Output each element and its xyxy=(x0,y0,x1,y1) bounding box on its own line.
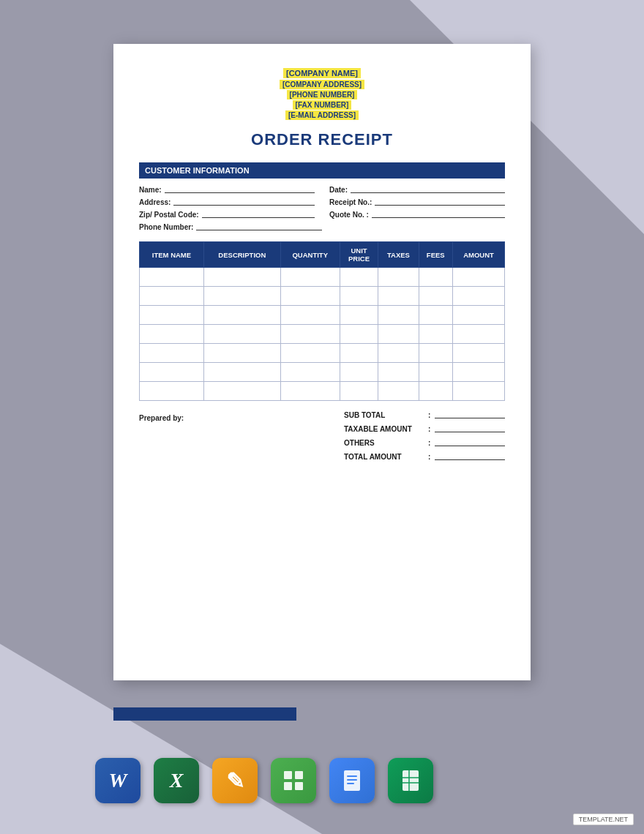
app-icons-row: W X ✎ xyxy=(95,758,433,803)
excel-icon[interactable]: X xyxy=(154,758,199,803)
document-title: ORDER RECEIPT xyxy=(139,130,505,149)
date-input-line xyxy=(351,192,505,193)
total-amount-label: TOTAL AMOUNT xyxy=(344,453,428,461)
svg-rect-0 xyxy=(284,771,292,779)
taxable-amount-line xyxy=(435,432,505,432)
document-paper: [COMPANY NAME] [COMPANY ADDRESS] [PHONE … xyxy=(113,44,531,680)
taxable-amount-label: TAXABLE AMOUNT xyxy=(344,425,428,433)
info-quote-field: Quote No. : xyxy=(329,211,505,219)
sub-total-line xyxy=(435,418,505,418)
others-label: OTHERS xyxy=(344,439,428,447)
company-name: [COMPANY NAME] xyxy=(283,68,361,78)
quote-input-line xyxy=(372,217,505,218)
receipt-input-line xyxy=(375,205,505,206)
table-row xyxy=(140,306,505,325)
total-amount-row: TOTAL AMOUNT : xyxy=(344,453,505,461)
customer-section-header: CUSTOMER INFORMATION xyxy=(139,162,505,179)
others-line xyxy=(435,446,505,446)
info-zip-field: Zip/ Postal Code: xyxy=(139,211,315,219)
docs-svg xyxy=(341,769,363,792)
col-fees: FEES xyxy=(419,242,452,268)
col-taxes: TAXES xyxy=(378,242,419,268)
company-address: [COMPANY ADDRESS] xyxy=(280,80,364,89)
info-name-field: Name: xyxy=(139,186,315,194)
table-row xyxy=(140,325,505,344)
address-label: Address: xyxy=(139,198,171,206)
word-icon[interactable]: W xyxy=(95,758,141,803)
word-letter: W xyxy=(109,769,127,792)
info-row-phone: Phone Number: xyxy=(139,223,505,231)
svg-rect-7 xyxy=(347,783,354,784)
name-label: Name: xyxy=(139,186,162,194)
info-date-field: Date: xyxy=(329,186,505,194)
sheets-icon[interactable] xyxy=(388,758,433,803)
svg-rect-1 xyxy=(295,771,303,779)
table-row xyxy=(140,382,505,401)
col-item-name: ITEM NAME xyxy=(140,242,204,268)
date-label: Date: xyxy=(329,186,348,194)
excel-letter: X xyxy=(170,769,184,792)
zip-label: Zip/ Postal Code: xyxy=(139,211,199,219)
info-row-zip-quote: Zip/ Postal Code: Quote No. : xyxy=(139,211,505,219)
numbers-svg xyxy=(282,769,305,792)
company-phone: [PHONE NUMBER] xyxy=(287,90,358,99)
total-amount-line xyxy=(435,459,505,460)
total-amount-colon: : xyxy=(428,453,430,461)
company-header: [COMPANY NAME] [COMPANY ADDRESS] [PHONE … xyxy=(139,66,505,120)
col-description: DESCRIPTION xyxy=(203,242,280,268)
sub-total-row: SUB TOTAL : xyxy=(344,411,505,419)
items-table: ITEM NAME DESCRIPTION QUANTITY UNITPRICE… xyxy=(139,241,505,401)
info-phone-field: Phone Number: xyxy=(139,223,322,231)
totals-section: Prepared by: SUB TOTAL : TAXABLE AMOUNT … xyxy=(139,411,505,467)
totals-right: SUB TOTAL : TAXABLE AMOUNT : OTHERS : TO… xyxy=(344,411,505,467)
others-row: OTHERS : xyxy=(344,439,505,447)
phone-label: Phone Number: xyxy=(139,223,193,231)
table-row xyxy=(140,287,505,306)
info-address-field: Address: xyxy=(139,198,315,206)
phone-input-line xyxy=(196,230,322,230)
template-badge-text: TEMPLATE.NET xyxy=(579,816,628,823)
company-fax: [FAX NUMBER] xyxy=(293,100,352,110)
bottom-bar xyxy=(113,707,296,721)
zip-input-line xyxy=(202,217,315,218)
docs-icon[interactable] xyxy=(329,758,375,803)
info-row-name-date: Name: Date: xyxy=(139,186,505,194)
info-row-address-receipt: Address: Receipt No.: xyxy=(139,198,505,206)
taxable-amount-row: TAXABLE AMOUNT : xyxy=(344,425,505,433)
col-quantity: QUANTITY xyxy=(280,242,340,268)
numbers-icon[interactable] xyxy=(271,758,316,803)
svg-rect-3 xyxy=(295,782,303,790)
customer-info-section: CUSTOMER INFORMATION Name: Date: Address… xyxy=(139,162,505,231)
svg-rect-5 xyxy=(347,775,357,777)
address-input-line xyxy=(173,205,315,206)
svg-rect-2 xyxy=(284,782,292,790)
table-row xyxy=(140,268,505,287)
svg-rect-8 xyxy=(402,770,419,791)
info-receipt-field: Receipt No.: xyxy=(329,198,505,206)
taxable-amount-colon: : xyxy=(428,425,430,433)
others-colon: : xyxy=(428,439,430,447)
company-email: [E-MAIL ADDRESS] xyxy=(285,110,359,120)
col-unit-price: UNITPRICE xyxy=(340,242,378,268)
pages-letter: ✎ xyxy=(226,768,244,794)
name-input-line xyxy=(165,192,315,193)
sheets-svg xyxy=(400,769,422,792)
pages-icon[interactable]: ✎ xyxy=(212,758,258,803)
prepared-by-label: Prepared by: xyxy=(139,411,184,467)
table-header-row: ITEM NAME DESCRIPTION QUANTITY UNITPRICE… xyxy=(140,242,505,268)
svg-rect-6 xyxy=(347,779,357,781)
col-amount: AMOUNT xyxy=(452,242,504,268)
receipt-label: Receipt No.: xyxy=(329,198,372,206)
table-row xyxy=(140,363,505,382)
template-badge: TEMPLATE.NET xyxy=(573,814,634,825)
quote-label: Quote No. : xyxy=(329,211,369,219)
table-row xyxy=(140,344,505,363)
sub-total-label: SUB TOTAL xyxy=(344,411,428,419)
sub-total-colon: : xyxy=(428,411,430,419)
